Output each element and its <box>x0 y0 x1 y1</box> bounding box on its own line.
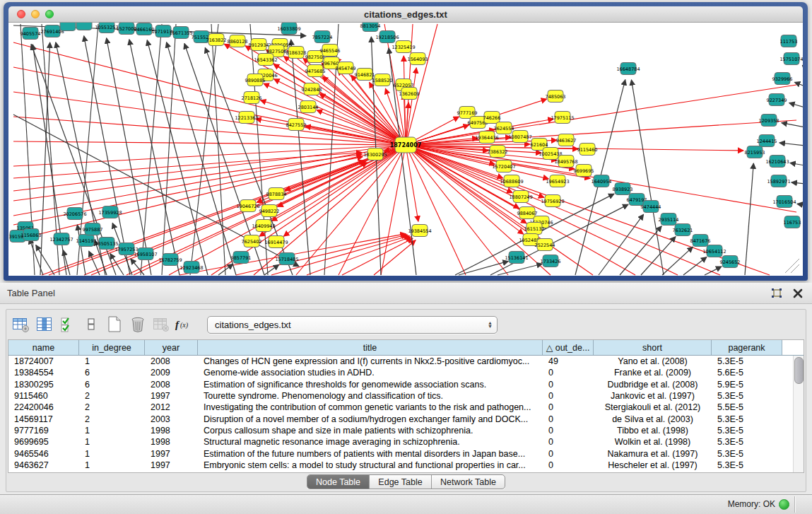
cell-pagerank[interactable]: 5.3E-5 <box>712 426 782 436</box>
graph-node[interactable] <box>76 23 92 30</box>
cell-year[interactable]: 2003 <box>145 414 198 424</box>
cell-out_degree[interactable]: 0 <box>543 391 594 401</box>
function-icon[interactable]: f(x) <box>174 315 195 334</box>
cell-title[interactable]: Investigating the contribution of common… <box>198 402 543 412</box>
tab-node-table[interactable]: Node Table <box>307 475 370 489</box>
cell-year[interactable]: 1997 <box>145 449 198 459</box>
delete-table-icon[interactable] <box>127 315 148 334</box>
cell-pagerank[interactable]: 5.3E-5 <box>712 437 782 447</box>
column-header-short[interactable]: short <box>594 340 712 355</box>
cell-year[interactable]: 2012 <box>145 402 198 412</box>
cell-out_degree[interactable]: 0 <box>543 380 594 390</box>
cell-in_degree[interactable]: 6 <box>79 380 145 390</box>
cell-out_degree[interactable]: 0 <box>543 414 594 424</box>
column-select-icon[interactable] <box>34 315 55 334</box>
table-row[interactable]: 977716911998Corpus callosum shape and si… <box>8 425 794 436</box>
column-header-title[interactable]: title <box>198 340 543 355</box>
cell-name[interactable]: 18300295 <box>8 380 79 390</box>
cell-name[interactable]: 9465546 <box>8 449 79 459</box>
cell-year[interactable]: 2009 <box>145 368 198 378</box>
table-row[interactable]: 911546021997Tourette syndrome. Phenomeno… <box>8 390 794 402</box>
cell-pagerank[interactable]: 5.3E-5 <box>712 460 782 470</box>
cell-pagerank[interactable]: 5.3E-5 <box>712 414 782 424</box>
cell-year[interactable]: 2008 <box>145 380 198 390</box>
window-titlebar[interactable]: citations_edges.txt <box>8 6 803 23</box>
cell-year[interactable]: 1997 <box>145 460 198 470</box>
cell-out_degree[interactable]: 0 <box>543 460 594 470</box>
tab-network-table[interactable]: Network Table <box>432 475 505 489</box>
new-table-icon[interactable] <box>104 315 125 334</box>
cell-short[interactable]: Tibbo et al. (1998) <box>594 426 712 436</box>
cell-in_degree[interactable]: 1 <box>79 460 145 470</box>
cell-short[interactable]: de Silva et al. (2003) <box>594 414 712 424</box>
cell-pagerank[interactable]: 5.3E-5 <box>712 391 782 401</box>
table-row[interactable]: 1456911722003Disruption of a novel membe… <box>8 413 794 424</box>
rows-icon[interactable] <box>81 315 102 334</box>
cell-in_degree[interactable]: 6 <box>79 368 145 378</box>
import-table-icon[interactable] <box>151 315 172 334</box>
cell-title[interactable]: Structural magnetic resonance image aver… <box>198 437 543 447</box>
cell-name[interactable]: 19384554 <box>8 368 79 378</box>
table-row[interactable]: 946554611997Estimation of the future num… <box>8 448 794 459</box>
cell-pagerank[interactable]: 5.3E-5 <box>712 449 782 459</box>
table-row[interactable]: 946362711997Embryonic stem cells: a mode… <box>8 460 794 471</box>
cell-year[interactable]: 1998 <box>145 426 198 436</box>
cell-name[interactable]: 18724007 <box>8 356 79 366</box>
cell-in_degree[interactable]: 1 <box>79 449 145 459</box>
cell-out_degree[interactable]: 0 <box>543 368 594 378</box>
table-row[interactable]: 1938455462009Genome-wide association stu… <box>8 367 794 378</box>
cell-in_degree[interactable]: 1 <box>79 437 145 447</box>
cell-title[interactable]: Estimation of significance thresholds fo… <box>198 380 543 390</box>
column-header-pagerank[interactable]: pagerank <box>712 340 782 355</box>
tab-edge-table[interactable]: Edge Table <box>370 475 432 489</box>
cell-name[interactable]: 9777169 <box>8 426 79 436</box>
table-row[interactable]: 2242004622012Investigating the contribut… <box>8 402 794 413</box>
table-row[interactable]: 969969511998Structural magnetic resonanc… <box>8 436 794 448</box>
cell-title[interactable]: Disruption of a novel member of a sodium… <box>198 414 543 424</box>
cell-title[interactable]: Changes of HCN gene expression and I(f) … <box>198 356 543 366</box>
cell-pagerank[interactable]: 5.5E-5 <box>712 402 782 412</box>
cell-year[interactable]: 1997 <box>145 391 198 401</box>
cell-out_degree[interactable]: 49 <box>543 356 594 366</box>
cell-short[interactable]: Stergiakouli et al. (2012) <box>594 402 712 412</box>
cell-short[interactable]: Jankovic et al. (1997) <box>594 391 712 401</box>
cell-short[interactable]: Wolkin et al. (1998) <box>594 437 712 447</box>
cell-name[interactable]: 9463627 <box>8 460 79 470</box>
cell-year[interactable]: 2008 <box>145 356 198 366</box>
cell-out_degree[interactable]: 0 <box>543 437 594 447</box>
cell-in_degree[interactable]: 2 <box>79 414 145 424</box>
cell-short[interactable]: Yano et al. (2008) <box>594 356 712 366</box>
cell-title[interactable]: Corpus callosum shape and size in male p… <box>198 426 543 436</box>
cell-title[interactable]: Estimation of the future numbers of pati… <box>198 449 543 459</box>
table-row[interactable]: 1830029562008Estimation of significance … <box>8 379 794 390</box>
cell-year[interactable]: 1998 <box>145 437 198 447</box>
cell-in_degree[interactable]: 1 <box>79 426 145 436</box>
cell-name[interactable]: 9699695 <box>8 437 79 447</box>
cell-title[interactable]: Embryonic stem cells: a model to study s… <box>198 460 543 470</box>
cell-pagerank[interactable]: 5.3E-5 <box>712 356 782 366</box>
network-canvas[interactable]: 1872400718300295193845549405574276914061… <box>8 23 803 276</box>
cell-in_degree[interactable]: 2 <box>79 391 145 401</box>
cell-pagerank[interactable]: 5.9E-5 <box>712 380 782 390</box>
cell-short[interactable]: Franke et al. (2009) <box>594 368 712 378</box>
table-row[interactable]: 1872400712008Changes of HCN gene express… <box>8 356 794 367</box>
graph-node[interactable] <box>60 23 76 31</box>
table-source-dropdown[interactable]: citations_edges.txt ▲▼ <box>207 316 498 334</box>
float-panel-icon[interactable] <box>770 287 784 300</box>
cell-out_degree[interactable]: 0 <box>543 426 594 436</box>
cell-short[interactable]: Dudbridge et al. (2008) <box>594 380 712 390</box>
cell-short[interactable]: Nakamura et al. (1997) <box>594 449 712 459</box>
scrollbar-thumb[interactable] <box>794 357 804 384</box>
row-check-icon[interactable] <box>57 315 78 334</box>
cell-in_degree[interactable]: 2 <box>79 402 145 412</box>
column-header-out_degree[interactable]: △ out_de... <box>543 340 594 355</box>
cell-pagerank[interactable]: 5.6E-5 <box>712 368 782 378</box>
table-settings-icon[interactable] <box>11 315 32 334</box>
table-scrollbar[interactable] <box>793 356 804 472</box>
column-header-name[interactable]: name <box>8 340 79 355</box>
cell-in_degree[interactable]: 1 <box>79 356 145 366</box>
column-header-year[interactable]: year <box>145 340 198 355</box>
cell-out_degree[interactable]: 0 <box>543 402 594 412</box>
cell-name[interactable]: 22420046 <box>8 402 79 412</box>
cell-name[interactable]: 14569117 <box>8 414 79 424</box>
